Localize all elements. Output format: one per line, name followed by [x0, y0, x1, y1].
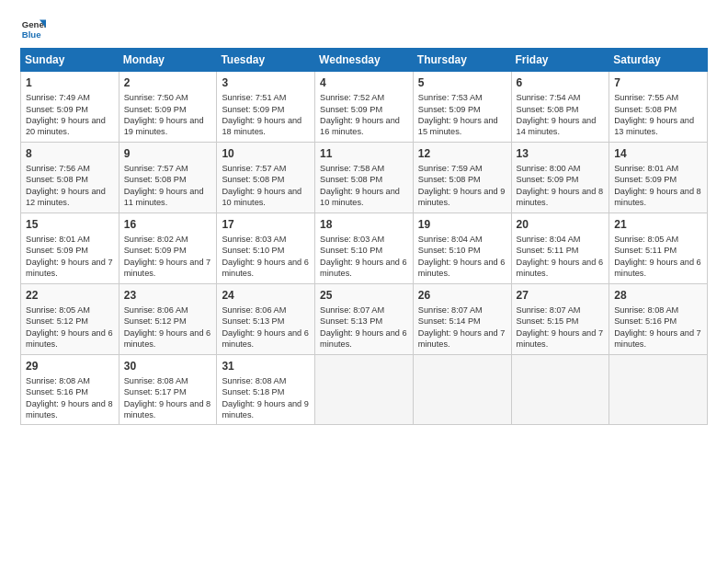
calendar-day-8: 8Sunrise: 7:56 AMSunset: 5:08 PMDaylight…	[21, 142, 119, 213]
calendar-day-30: 30Sunrise: 8:08 AMSunset: 5:17 PMDayligh…	[119, 354, 217, 425]
day-number: 22	[26, 288, 114, 303]
calendar-day-13: 13Sunrise: 8:00 AMSunset: 5:09 PMDayligh…	[511, 142, 609, 213]
day-number: 3	[222, 75, 310, 90]
calendar-day-25: 25Sunrise: 8:07 AMSunset: 5:13 PMDayligh…	[315, 283, 414, 354]
calendar-day-7: 7Sunrise: 7:55 AMSunset: 5:08 PMDaylight…	[609, 72, 708, 143]
cell-content: Sunrise: 8:07 AMSunset: 5:15 PMDaylight:…	[517, 304, 605, 350]
day-number: 16	[124, 217, 212, 232]
cell-content: Sunrise: 8:08 AMSunset: 5:18 PMDaylight:…	[222, 375, 310, 421]
cell-content: Sunrise: 7:56 AMSunset: 5:08 PMDaylight:…	[26, 163, 114, 209]
cell-content: Sunrise: 8:02 AMSunset: 5:09 PMDaylight:…	[124, 234, 212, 280]
cell-content: Sunrise: 7:57 AMSunset: 5:08 PMDaylight:…	[222, 163, 310, 209]
calendar-day-23: 23Sunrise: 8:06 AMSunset: 5:12 PMDayligh…	[119, 283, 217, 354]
cell-content: Sunrise: 8:01 AMSunset: 5:09 PMDaylight:…	[26, 234, 114, 280]
cell-content: Sunrise: 8:07 AMSunset: 5:14 PMDaylight:…	[418, 304, 506, 350]
calendar-day-14: 14Sunrise: 8:01 AMSunset: 5:09 PMDayligh…	[609, 142, 708, 213]
day-number: 11	[320, 146, 408, 161]
day-number: 27	[517, 288, 605, 303]
calendar-day-12: 12Sunrise: 7:59 AMSunset: 5:08 PMDayligh…	[413, 142, 511, 213]
calendar-week-3: 15Sunrise: 8:01 AMSunset: 5:09 PMDayligh…	[21, 213, 708, 283]
logo: General Blue	[20, 17, 46, 42]
day-number: 14	[614, 146, 702, 161]
day-number: 25	[320, 288, 408, 303]
header-thursday: Thursday	[413, 49, 511, 72]
day-number: 4	[320, 75, 408, 90]
cell-content: Sunrise: 7:59 AMSunset: 5:08 PMDaylight:…	[418, 163, 506, 209]
cell-content: Sunrise: 8:07 AMSunset: 5:13 PMDaylight:…	[320, 304, 408, 350]
cell-content: Sunrise: 7:54 AMSunset: 5:08 PMDaylight:…	[517, 92, 605, 138]
page: General Blue SundayMondayTuesdayWednesda…	[0, 0, 728, 434]
cell-content: Sunrise: 8:00 AMSunset: 5:09 PMDaylight:…	[517, 163, 605, 209]
calendar-day-3: 3Sunrise: 7:51 AMSunset: 5:09 PMDaylight…	[217, 72, 315, 143]
header: General Blue	[20, 17, 708, 42]
calendar-empty	[315, 354, 414, 425]
day-number: 10	[222, 146, 310, 161]
day-number: 2	[124, 75, 212, 90]
cell-content: Sunrise: 8:04 AMSunset: 5:10 PMDaylight:…	[418, 234, 506, 280]
cell-content: Sunrise: 7:49 AMSunset: 5:09 PMDaylight:…	[26, 92, 114, 138]
cell-content: Sunrise: 7:51 AMSunset: 5:09 PMDaylight:…	[222, 92, 310, 138]
cell-content: Sunrise: 8:05 AMSunset: 5:12 PMDaylight:…	[26, 304, 114, 350]
calendar-empty	[413, 354, 511, 425]
calendar-week-1: 1Sunrise: 7:49 AMSunset: 5:09 PMDaylight…	[21, 72, 708, 143]
logo-icon: General Blue	[20, 17, 46, 42]
day-number: 31	[222, 359, 310, 373]
header-monday: Monday	[119, 49, 217, 72]
day-number: 9	[124, 146, 212, 161]
cell-content: Sunrise: 7:50 AMSunset: 5:09 PMDaylight:…	[124, 92, 212, 138]
calendar-week-4: 22Sunrise: 8:05 AMSunset: 5:12 PMDayligh…	[21, 283, 708, 354]
cell-content: Sunrise: 8:08 AMSunset: 5:16 PMDaylight:…	[26, 375, 114, 421]
calendar-day-6: 6Sunrise: 7:54 AMSunset: 5:08 PMDaylight…	[511, 72, 609, 143]
calendar-day-11: 11Sunrise: 7:58 AMSunset: 5:08 PMDayligh…	[315, 142, 414, 213]
calendar-header-row: SundayMondayTuesdayWednesdayThursdayFrid…	[21, 49, 708, 72]
day-number: 21	[614, 217, 702, 232]
cell-content: Sunrise: 8:06 AMSunset: 5:13 PMDaylight:…	[222, 304, 310, 350]
day-number: 28	[614, 288, 702, 303]
day-number: 15	[26, 217, 114, 232]
calendar-day-18: 18Sunrise: 8:03 AMSunset: 5:10 PMDayligh…	[315, 213, 414, 283]
cell-content: Sunrise: 7:52 AMSunset: 5:09 PMDaylight:…	[320, 92, 408, 138]
day-number: 1	[26, 75, 114, 90]
day-number: 18	[320, 217, 408, 232]
cell-content: Sunrise: 8:04 AMSunset: 5:11 PMDaylight:…	[517, 234, 605, 280]
cell-content: Sunrise: 8:03 AMSunset: 5:10 PMDaylight:…	[320, 234, 408, 280]
day-number: 26	[418, 288, 506, 303]
cell-content: Sunrise: 8:08 AMSunset: 5:17 PMDaylight:…	[124, 375, 212, 421]
day-number: 29	[26, 359, 114, 373]
calendar-empty	[609, 354, 708, 425]
calendar-day-24: 24Sunrise: 8:06 AMSunset: 5:13 PMDayligh…	[217, 283, 315, 354]
calendar-day-15: 15Sunrise: 8:01 AMSunset: 5:09 PMDayligh…	[21, 213, 119, 283]
header-sunday: Sunday	[21, 49, 119, 72]
calendar-table: SundayMondayTuesdayWednesdayThursdayFrid…	[20, 48, 708, 425]
cell-content: Sunrise: 8:06 AMSunset: 5:12 PMDaylight:…	[124, 304, 212, 350]
calendar-day-26: 26Sunrise: 8:07 AMSunset: 5:14 PMDayligh…	[413, 283, 511, 354]
calendar-day-21: 21Sunrise: 8:05 AMSunset: 5:11 PMDayligh…	[609, 213, 708, 283]
calendar-day-16: 16Sunrise: 8:02 AMSunset: 5:09 PMDayligh…	[119, 213, 217, 283]
header-tuesday: Tuesday	[217, 49, 315, 72]
calendar-day-5: 5Sunrise: 7:53 AMSunset: 5:09 PMDaylight…	[413, 72, 511, 143]
header-friday: Friday	[511, 49, 609, 72]
day-number: 23	[124, 288, 212, 303]
calendar-day-4: 4Sunrise: 7:52 AMSunset: 5:09 PMDaylight…	[315, 72, 414, 143]
cell-content: Sunrise: 7:53 AMSunset: 5:09 PMDaylight:…	[418, 92, 506, 138]
day-number: 19	[418, 217, 506, 232]
day-number: 20	[517, 217, 605, 232]
calendar-day-29: 29Sunrise: 8:08 AMSunset: 5:16 PMDayligh…	[21, 354, 119, 425]
day-number: 5	[418, 75, 506, 90]
header-saturday: Saturday	[609, 49, 708, 72]
cell-content: Sunrise: 7:57 AMSunset: 5:08 PMDaylight:…	[124, 163, 212, 209]
calendar-day-28: 28Sunrise: 8:08 AMSunset: 5:16 PMDayligh…	[609, 283, 708, 354]
cell-content: Sunrise: 8:01 AMSunset: 5:09 PMDaylight:…	[614, 163, 702, 209]
cell-content: Sunrise: 8:08 AMSunset: 5:16 PMDaylight:…	[614, 304, 702, 350]
day-number: 17	[222, 217, 310, 232]
calendar-day-2: 2Sunrise: 7:50 AMSunset: 5:09 PMDaylight…	[119, 72, 217, 143]
header-wednesday: Wednesday	[315, 49, 414, 72]
calendar-day-31: 31Sunrise: 8:08 AMSunset: 5:18 PMDayligh…	[217, 354, 315, 425]
cell-content: Sunrise: 8:03 AMSunset: 5:10 PMDaylight:…	[222, 234, 310, 280]
calendar-day-10: 10Sunrise: 7:57 AMSunset: 5:08 PMDayligh…	[217, 142, 315, 213]
cell-content: Sunrise: 7:55 AMSunset: 5:08 PMDaylight:…	[614, 92, 702, 138]
day-number: 8	[26, 146, 114, 161]
calendar-day-27: 27Sunrise: 8:07 AMSunset: 5:15 PMDayligh…	[511, 283, 609, 354]
calendar-empty	[511, 354, 609, 425]
day-number: 6	[517, 75, 605, 90]
